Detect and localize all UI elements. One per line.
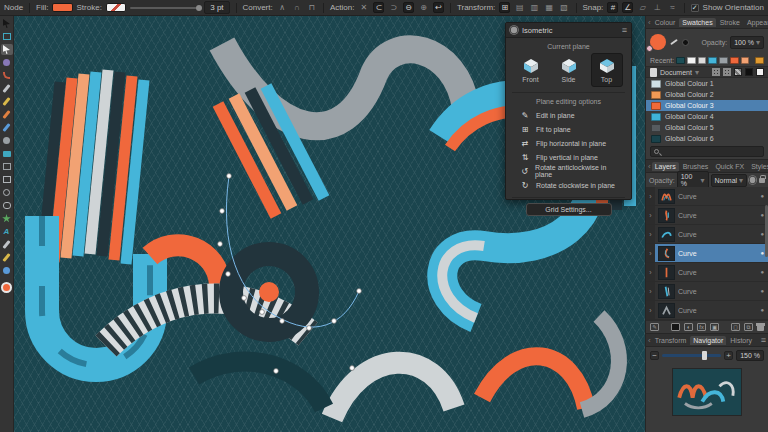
zoom-tool-button[interactable] [1, 265, 13, 276]
gear-icon[interactable] [511, 27, 517, 33]
corner-tool-button[interactable] [1, 70, 13, 81]
fit-to-plane-option[interactable]: ⊞ Fit to plane [506, 122, 631, 136]
tab-quick-fx[interactable]: Quick FX [712, 162, 747, 171]
layer-row[interactable]: › Curve ● [646, 187, 768, 206]
snap-angle-icon[interactable]: ∠ [622, 2, 633, 13]
recent-swatch[interactable] [741, 57, 750, 64]
new-layer-icon[interactable]: ▣ [710, 323, 719, 331]
fill-stroke-indicator[interactable] [1, 282, 12, 293]
star-tool-button[interactable] [1, 213, 13, 224]
mask-icon[interactable]: ◻ [731, 323, 740, 331]
expand-chevron-icon[interactable]: › [646, 282, 655, 300]
navigator-thumbnail[interactable] [672, 368, 742, 416]
adjustment-icon[interactable]: ◐ [684, 323, 693, 331]
tab-transform[interactable]: Transform [652, 336, 690, 345]
recent-swatch[interactable] [687, 57, 696, 64]
zoom-value-field[interactable]: 150 % [736, 350, 764, 361]
layer-row-selected[interactable]: › Curve ● [646, 244, 768, 263]
snap-geometry-icon[interactable]: ▱ [637, 2, 648, 13]
action-break-icon[interactable]: ✕ [359, 2, 370, 13]
tab-brushes[interactable]: Brushes [680, 162, 712, 171]
panel-menu-icon[interactable]: ≡ [761, 335, 766, 345]
stroke-swatch[interactable] [106, 3, 126, 12]
layer-row[interactable]: › Curve ● [646, 282, 768, 301]
recent-swatch[interactable] [676, 57, 685, 64]
collapse-icon[interactable]: ‹ [648, 336, 651, 345]
global-colour-row[interactable]: Global Colour 4 [646, 111, 768, 122]
transform-scale-icon[interactable]: ▤ [514, 2, 525, 13]
global-colour-row[interactable]: Global Colour 5 [646, 122, 768, 133]
transform-shear-icon[interactable]: ▦ [544, 2, 555, 13]
pencil-tool-button[interactable] [1, 96, 13, 107]
none-swatch[interactable] [734, 68, 742, 76]
vector-brush-tool-button[interactable] [1, 122, 13, 133]
expand-chevron-icon[interactable]: › [646, 225, 655, 243]
recent-swatch[interactable] [698, 57, 707, 64]
expand-chevron-icon[interactable]: › [646, 301, 655, 319]
chevron-down-icon[interactable]: ▾ [695, 68, 699, 77]
transform-mode-icon[interactable]: ⊞ [499, 2, 510, 13]
opacity-dropdown[interactable]: 100 % ▾ [730, 36, 764, 49]
convert-smart-icon[interactable]: ⊓ [306, 2, 317, 13]
zoom-slider-handle[interactable] [702, 351, 707, 360]
action-join-icon[interactable]: ⊖ [403, 2, 414, 13]
layer-row[interactable]: › Curve ● [646, 206, 768, 225]
secondary-colour-well[interactable] [646, 45, 653, 52]
global-colour-row[interactable]: Global Colour 2 [646, 89, 768, 100]
swatch-view-list-icon[interactable] [723, 68, 731, 76]
expand-chevron-icon[interactable]: › [646, 187, 655, 205]
global-colour-row[interactable]: Global Colour 1 [646, 78, 768, 89]
visibility-dot-icon[interactable]: ● [760, 288, 764, 294]
expand-chevron-icon[interactable]: › [646, 244, 655, 262]
gradient-tool-button[interactable] [1, 148, 13, 159]
action-close-icon[interactable]: ⊂ [373, 2, 384, 13]
flip-horizontal-option[interactable]: ⇄ Flip horizontal in plane [506, 136, 631, 150]
global-colour-row-selected[interactable]: Global Colour 3 [646, 100, 768, 111]
delete-layer-icon[interactable] [757, 323, 764, 331]
global-colour-row[interactable]: Global Colour 6 [646, 133, 768, 144]
recent-swatch[interactable] [755, 57, 764, 64]
pixel-layer-icon[interactable] [671, 323, 680, 331]
stroke-width-value[interactable]: 3 pt [204, 1, 229, 14]
swatch-search-input[interactable] [650, 146, 764, 157]
convert-smooth-icon[interactable]: ∩ [292, 2, 303, 13]
transform-rotate-icon[interactable]: ▥ [529, 2, 540, 13]
snap-grid-icon[interactable]: # [607, 2, 618, 13]
visibility-dot-icon[interactable]: ● [760, 212, 764, 218]
ellipse-tool-button[interactable] [1, 187, 13, 198]
rotate-anticlockwise-option[interactable]: ↺ Rotate anticlockwise in plane [506, 164, 631, 178]
paint-brush-tool-button[interactable] [1, 109, 13, 120]
fx-icon[interactable]: fx [697, 323, 706, 331]
collapse-icon[interactable]: ‹ [648, 162, 651, 171]
isometric-panel-header[interactable]: Isometric ≡ [506, 23, 631, 38]
snap-curve-icon[interactable]: ≈ [667, 2, 678, 13]
layer-row[interactable]: › Curve ● [646, 301, 768, 320]
text-tool-button[interactable]: A [1, 226, 13, 237]
flip-vertical-option[interactable]: ⇅ Flip vertical in plane [506, 150, 631, 164]
canvas[interactable]: Isometric ≡ Current plane Front Side [14, 16, 645, 432]
grid-settings-button[interactable]: Grid Settings... [526, 203, 612, 216]
convert-sharp-icon[interactable]: ∧ [277, 2, 288, 13]
recent-swatch[interactable] [730, 57, 739, 64]
slider-handle[interactable] [196, 5, 202, 11]
fill-swatch[interactable] [52, 3, 72, 12]
recent-swatch[interactable] [719, 57, 728, 64]
action-smooth-icon[interactable]: ⊃ [388, 2, 399, 13]
tab-colour[interactable]: Colour [652, 18, 679, 27]
point-transform-tool-button[interactable] [1, 57, 13, 68]
layer-row[interactable]: › Curve ● [646, 263, 768, 282]
zoom-slider[interactable] [662, 354, 721, 357]
expand-chevron-icon[interactable]: › [646, 206, 655, 224]
move-tool-button[interactable] [1, 18, 13, 29]
eyedropper-icon[interactable] [669, 37, 679, 47]
action-sculpt-icon[interactable]: ↩ [433, 2, 444, 13]
rotate-clockwise-option[interactable]: ↻ Rotate clockwise in plane [506, 178, 631, 192]
pen-tool-button[interactable] [1, 83, 13, 94]
plane-side-button[interactable]: Side [553, 53, 585, 87]
ruler-tool-button[interactable] [1, 252, 13, 263]
plane-front-button[interactable]: Front [515, 53, 547, 87]
plane-top-button[interactable]: Top [591, 53, 623, 87]
lock-icon[interactable] [759, 178, 765, 183]
active-colour-well[interactable] [650, 34, 666, 50]
recent-swatch[interactable] [708, 57, 717, 64]
